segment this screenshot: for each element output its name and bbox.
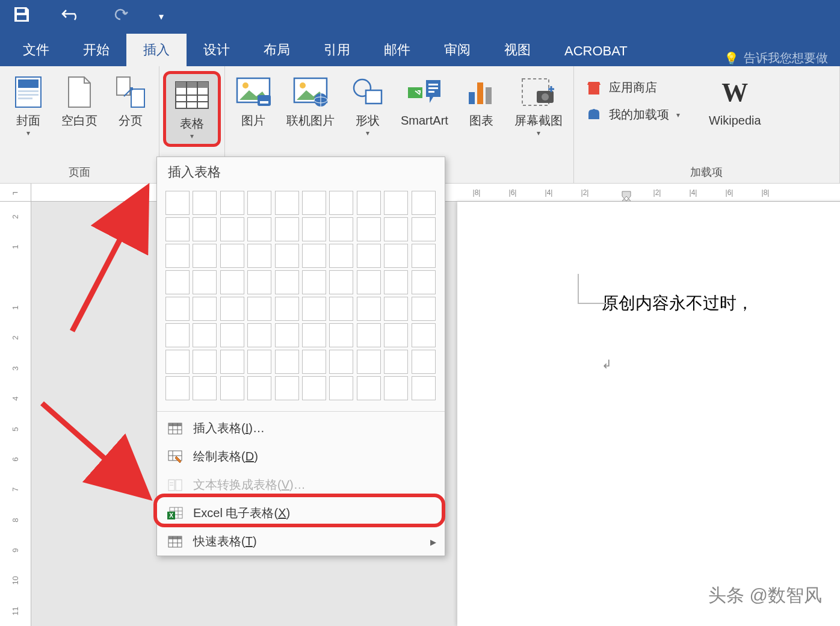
grid-cell[interactable]	[329, 270, 353, 294]
screenshot-button[interactable]: 屏幕截图 ▾	[510, 71, 567, 141]
tab-mailings[interactable]: 邮件	[367, 34, 427, 66]
grid-cell[interactable]	[302, 297, 326, 321]
grid-cell[interactable]	[165, 297, 190, 321]
menu-insert-table[interactable]: 插入表格(I)…	[157, 414, 445, 442]
grid-cell[interactable]	[275, 376, 299, 400]
save-icon[interactable]	[12, 5, 31, 28]
grid-cell[interactable]	[220, 270, 244, 294]
chart-button[interactable]: 图表	[459, 71, 504, 141]
grid-cell[interactable]	[384, 350, 408, 374]
grid-cell[interactable]	[384, 270, 408, 294]
tab-layout[interactable]: 布局	[247, 34, 307, 66]
table-grid-picker[interactable]	[157, 187, 445, 409]
grid-cell[interactable]	[302, 244, 326, 268]
grid-cell[interactable]	[412, 217, 436, 241]
grid-cell[interactable]	[412, 323, 436, 347]
grid-cell[interactable]	[302, 191, 326, 215]
grid-cell[interactable]	[302, 217, 326, 241]
grid-cell[interactable]	[247, 297, 271, 321]
my-addins-button[interactable]: 我的加载项 ▾	[586, 107, 680, 123]
grid-cell[interactable]	[329, 244, 353, 268]
grid-cell[interactable]	[165, 191, 190, 215]
grid-cell[interactable]	[329, 297, 353, 321]
grid-cell[interactable]	[384, 323, 408, 347]
grid-cell[interactable]	[412, 191, 436, 215]
tab-home[interactable]: 开始	[66, 34, 126, 66]
tab-references[interactable]: 引用	[307, 34, 367, 66]
menu-excel-spreadsheet[interactable]: X Excel 电子表格(X)	[157, 499, 445, 527]
grid-cell[interactable]	[275, 297, 299, 321]
tab-design[interactable]: 设计	[187, 34, 247, 66]
grid-cell[interactable]	[384, 244, 408, 268]
grid-cell[interactable]	[329, 191, 353, 215]
grid-cell[interactable]	[329, 217, 353, 241]
grid-cell[interactable]	[193, 376, 217, 400]
grid-cell[interactable]	[165, 376, 190, 400]
grid-cell[interactable]	[275, 350, 299, 374]
grid-cell[interactable]	[357, 217, 381, 241]
grid-cell[interactable]	[275, 217, 299, 241]
wikipedia-button[interactable]: W Wikipedia	[704, 71, 766, 131]
tab-review[interactable]: 审阅	[427, 34, 487, 66]
grid-cell[interactable]	[247, 350, 271, 374]
menu-draw-table[interactable]: 绘制表格(D)	[157, 442, 445, 471]
grid-cell[interactable]	[275, 270, 299, 294]
grid-cell[interactable]	[275, 191, 299, 215]
grid-cell[interactable]	[302, 350, 326, 374]
tab-insert[interactable]: 插入	[126, 34, 187, 66]
grid-cell[interactable]	[193, 191, 217, 215]
grid-cell[interactable]	[247, 191, 271, 215]
document-page[interactable]: 原创内容永不过时， ↲	[457, 202, 840, 626]
blank-page-button[interactable]: 空白页	[57, 71, 102, 141]
table-button[interactable]: 表格 ▾	[170, 74, 214, 144]
tab-view[interactable]: 视图	[487, 34, 548, 66]
grid-cell[interactable]	[220, 217, 244, 241]
undo-icon[interactable]	[61, 7, 82, 26]
grid-cell[interactable]	[384, 297, 408, 321]
tab-acrobat[interactable]: ACROBAT	[548, 36, 644, 66]
shapes-button[interactable]: 形状 ▾	[345, 71, 390, 141]
grid-cell[interactable]	[357, 297, 381, 321]
grid-cell[interactable]	[412, 297, 436, 321]
store-button[interactable]: 应用商店	[586, 79, 680, 96]
grid-cell[interactable]	[384, 217, 408, 241]
grid-cell[interactable]	[193, 244, 217, 268]
grid-cell[interactable]	[193, 350, 217, 374]
tab-file[interactable]: 文件	[6, 34, 66, 66]
grid-cell[interactable]	[220, 297, 244, 321]
smartart-button[interactable]: SmartArt	[396, 71, 453, 141]
cover-page-button[interactable]: 封面 ▾	[6, 71, 51, 141]
grid-cell[interactable]	[220, 244, 244, 268]
grid-cell[interactable]	[193, 323, 217, 347]
grid-cell[interactable]	[193, 297, 217, 321]
grid-cell[interactable]	[165, 350, 190, 374]
grid-cell[interactable]	[357, 244, 381, 268]
redo-icon[interactable]	[112, 6, 129, 27]
grid-cell[interactable]	[384, 376, 408, 400]
grid-cell[interactable]	[412, 376, 436, 400]
grid-cell[interactable]	[302, 376, 326, 400]
grid-cell[interactable]	[220, 323, 244, 347]
grid-cell[interactable]	[412, 350, 436, 374]
grid-cell[interactable]	[247, 270, 271, 294]
grid-cell[interactable]	[412, 244, 436, 268]
grid-cell[interactable]	[302, 323, 326, 347]
grid-cell[interactable]	[329, 376, 353, 400]
page-break-button[interactable]: 分页	[108, 71, 153, 141]
picture-button[interactable]: 图片	[231, 71, 276, 141]
grid-cell[interactable]	[220, 350, 244, 374]
grid-cell[interactable]	[165, 323, 190, 347]
grid-cell[interactable]	[302, 270, 326, 294]
grid-cell[interactable]	[329, 323, 353, 347]
qat-dropdown-icon[interactable]: ▾	[159, 11, 164, 22]
tellme-search[interactable]: 💡 告诉我您想要做	[724, 50, 834, 66]
grid-cell[interactable]	[275, 244, 299, 268]
grid-cell[interactable]	[247, 376, 271, 400]
grid-cell[interactable]	[384, 191, 408, 215]
grid-cell[interactable]	[220, 376, 244, 400]
grid-cell[interactable]	[247, 244, 271, 268]
grid-cell[interactable]	[193, 270, 217, 294]
menu-quick-tables[interactable]: 快速表格(T) ▸	[157, 527, 445, 556]
grid-cell[interactable]	[165, 217, 190, 241]
grid-cell[interactable]	[247, 217, 271, 241]
